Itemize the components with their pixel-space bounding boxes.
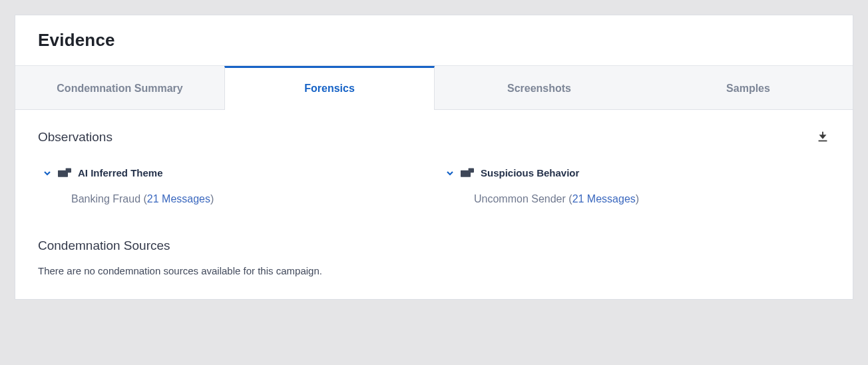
download-button[interactable] <box>815 130 830 145</box>
tab-screenshots[interactable]: Screenshots <box>435 66 644 109</box>
chevron-down-icon[interactable] <box>446 169 454 177</box>
observation-category-suspicious-behavior: Suspicious Behavior Uncommon Sender (21 … <box>441 167 830 205</box>
tab-samples[interactable]: Samples <box>644 66 853 109</box>
observation-item[interactable]: Banking Fraud (21 Messages) <box>38 193 427 205</box>
svg-rect-1 <box>822 132 823 137</box>
category-icon <box>461 168 474 179</box>
download-icon <box>815 130 830 145</box>
observation-item-label: Uncommon Sender <box>474 193 566 204</box>
tabs: Condemnation Summary Forensics Screensho… <box>15 65 853 110</box>
card-header: Evidence <box>15 15 853 65</box>
observations-header: Observations <box>38 130 830 145</box>
tab-condemnation-summary[interactable]: Condemnation Summary <box>15 66 224 109</box>
condemnation-sources-title: Condemnation Sources <box>38 238 830 253</box>
observation-category-heading[interactable]: Suspicious Behavior <box>441 167 830 179</box>
observations-title: Observations <box>38 130 112 145</box>
observation-item-count-close: ) <box>636 193 639 204</box>
card-body: Observations <box>15 110 853 299</box>
svg-rect-8 <box>469 168 474 173</box>
observation-category-label: Suspicious Behavior <box>481 167 579 179</box>
chevron-down-icon[interactable] <box>43 169 51 177</box>
observation-item-count: 21 Messages <box>147 193 210 204</box>
tab-forensics[interactable]: Forensics <box>224 66 435 110</box>
observation-item-label: Banking Fraud <box>71 193 140 204</box>
condemnation-sources-empty-text: There are no condemnation sources availa… <box>38 265 830 276</box>
observation-category-ai-inferred-theme: AI Inferred Theme Banking Fraud (21 Mess… <box>38 167 427 205</box>
observation-item-count-close: ) <box>210 193 214 204</box>
svg-rect-5 <box>66 168 71 173</box>
observation-item[interactable]: Uncommon Sender (21 Messages) <box>441 193 830 205</box>
svg-rect-2 <box>819 141 827 142</box>
observations-grid: AI Inferred Theme Banking Fraud (21 Mess… <box>38 167 830 205</box>
category-icon <box>58 168 71 179</box>
page-title: Evidence <box>38 30 830 51</box>
observation-item-count: 21 Messages <box>572 193 636 204</box>
observation-category-heading[interactable]: AI Inferred Theme <box>38 167 427 179</box>
observation-category-label: AI Inferred Theme <box>78 167 163 179</box>
evidence-card: Evidence Condemnation Summary Forensics … <box>15 15 853 300</box>
